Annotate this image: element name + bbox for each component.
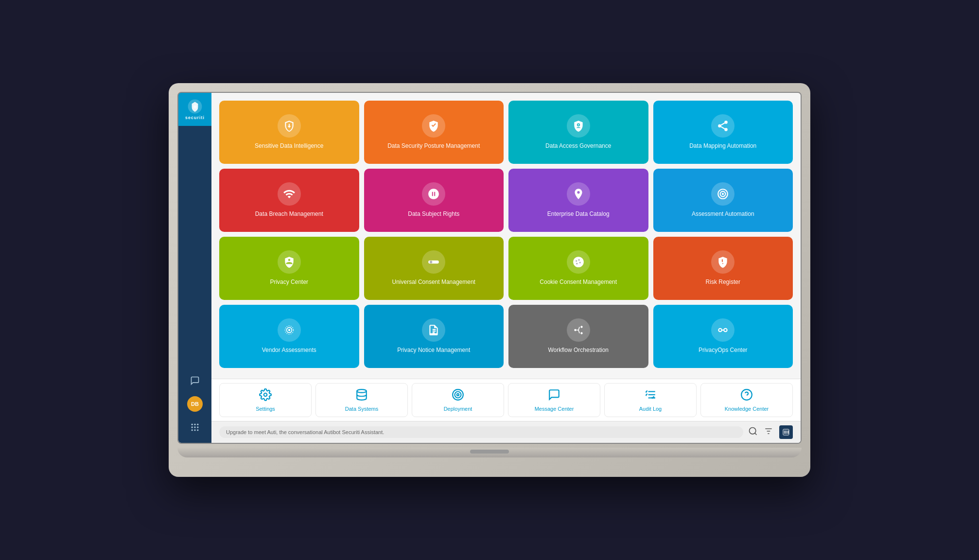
svg-point-21 <box>578 259 579 261</box>
svg-point-27 <box>574 329 576 331</box>
tile-data-subject-rights[interactable]: Data Subject Rights <box>364 169 504 232</box>
tile-risk-register[interactable]: Risk Register <box>653 237 793 300</box>
workflow-orchestration-icon <box>567 318 590 342</box>
svg-line-44 <box>755 433 757 435</box>
workflow-orchestration-label: Workflow Orchestration <box>548 347 609 354</box>
tile-vendor-assessments[interactable]: Vendor Assessments <box>219 305 359 368</box>
data-systems-label: Data Systems <box>345 406 378 412</box>
tile-privacy-center[interactable]: Privacy Center <box>219 237 359 300</box>
tile-data-breach[interactable]: Data Breach Management <box>219 169 359 232</box>
svg-point-6 <box>192 426 193 428</box>
chat-icon[interactable] <box>187 373 203 388</box>
svg-point-13 <box>718 124 722 128</box>
filter-footer-icon[interactable] <box>764 426 773 438</box>
knowledge-center-icon <box>740 388 753 404</box>
data-subject-rights-label: Data Subject Rights <box>408 210 459 218</box>
risk-register-icon <box>711 250 734 274</box>
privacyops-center-label: PrivacyOps Center <box>699 347 748 354</box>
cookie-consent-icon <box>567 250 590 274</box>
tile-assessment-automation[interactable]: Assessment Automation <box>653 169 793 232</box>
footer-bar: Upgrade to meet Auti, the conversational… <box>211 421 801 443</box>
svg-point-35 <box>455 392 461 398</box>
sidebar: securiti DB <box>178 93 211 443</box>
data-mapping-label: Data Mapping Automation <box>689 142 756 150</box>
svg-point-31 <box>724 329 727 332</box>
tile-row-1: Sensitive Data Intelligence Data Securit… <box>219 101 793 164</box>
svg-point-12 <box>725 121 728 124</box>
svg-point-4 <box>194 424 195 425</box>
svg-point-34 <box>457 394 459 396</box>
apps-icon[interactable] <box>187 420 203 435</box>
svg-rect-49 <box>784 431 785 434</box>
app-container: securiti DB <box>178 93 801 443</box>
search-footer-icon[interactable] <box>748 426 758 438</box>
knowledge-center-item[interactable]: Knowledge Center <box>700 383 793 417</box>
enterprise-data-catalog-label: Enterprise Data Catalog <box>547 210 610 218</box>
tile-sensitive-data[interactable]: Sensitive Data Intelligence <box>219 101 359 164</box>
tile-data-security-posture[interactable]: Data Security Posture Management <box>364 101 504 164</box>
tile-data-mapping[interactable]: Data Mapping Automation <box>653 101 793 164</box>
message-center-item[interactable]: Message Center <box>508 383 600 417</box>
svg-point-28 <box>580 326 582 328</box>
svg-point-9 <box>192 429 193 431</box>
laptop-frame: securiti DB <box>169 83 810 477</box>
universal-consent-label: Universal Consent Management <box>392 279 475 286</box>
svg-point-22 <box>579 262 580 263</box>
tile-enterprise-data-catalog[interactable]: Enterprise Data Catalog <box>508 169 648 232</box>
vendor-assessments-label: Vendor Assessments <box>262 347 316 354</box>
settings-item[interactable]: Settings <box>219 383 312 417</box>
svg-point-2 <box>194 106 195 107</box>
user-avatar[interactable]: DB <box>187 396 203 412</box>
svg-point-29 <box>580 332 582 334</box>
tile-privacy-notice[interactable]: Privacy Notice Management <box>364 305 504 368</box>
settings-label: Settings <box>256 406 275 412</box>
tile-data-access-governance[interactable]: Data Access Governance <box>508 101 648 164</box>
svg-point-33 <box>357 389 367 393</box>
sidebar-logo[interactable]: securiti <box>178 93 211 126</box>
universal-consent-icon <box>422 250 445 274</box>
tile-cookie-consent[interactable]: Cookie Consent Management <box>508 237 648 300</box>
laptop-screen: securiti DB <box>177 92 802 444</box>
svg-point-43 <box>750 427 756 434</box>
chat-bubble[interactable]: Upgrade to meet Auti, the conversational… <box>219 426 743 438</box>
data-breach-label: Data Breach Management <box>255 210 323 218</box>
audit-log-icon <box>644 388 657 404</box>
sensitive-data-label: Sensitive Data Intelligence <box>255 142 323 150</box>
svg-point-8 <box>197 426 198 428</box>
audit-log-label: Audit Log <box>639 406 662 412</box>
svg-point-5 <box>197 424 198 425</box>
tile-row-3: Privacy Center Universal Consent Managem… <box>219 237 793 300</box>
privacy-center-icon <box>278 250 301 274</box>
deployment-item[interactable]: Deployment <box>412 383 504 417</box>
svg-point-18 <box>430 261 432 263</box>
data-systems-item[interactable]: Data Systems <box>315 383 408 417</box>
tile-privacyops-center[interactable]: PrivacyOps Center <box>653 305 793 368</box>
svg-point-11 <box>197 429 198 431</box>
data-subject-rights-icon <box>422 182 445 206</box>
svg-point-19 <box>573 257 584 267</box>
sidebar-bottom-icons: DB <box>187 373 203 443</box>
svg-rect-52 <box>788 431 788 434</box>
tile-row-4: Vendor Assessments Privacy Notice Manage… <box>219 305 793 368</box>
footer-icons <box>748 425 793 439</box>
tile-workflow-orchestration[interactable]: Workflow Orchestration <box>508 305 648 368</box>
cookie-consent-label: Cookie Consent Management <box>540 279 617 286</box>
tile-universal-consent[interactable]: Universal Consent Management <box>364 237 504 300</box>
audit-log-item[interactable]: Audit Log <box>604 383 697 417</box>
data-access-governance-icon <box>567 114 590 138</box>
svg-point-3 <box>192 424 193 425</box>
sensitive-data-icon <box>278 114 301 138</box>
svg-point-10 <box>194 429 195 431</box>
play-footer-icon[interactable] <box>779 425 793 439</box>
deployment-icon <box>452 388 464 404</box>
privacyops-center-icon <box>711 318 734 342</box>
message-center-label: Message Center <box>535 406 574 412</box>
assessment-automation-icon <box>711 182 734 206</box>
assessment-automation-label: Assessment Automation <box>692 210 754 218</box>
data-security-posture-label: Data Security Posture Management <box>387 142 480 150</box>
svg-line-16 <box>721 123 725 125</box>
svg-point-14 <box>725 128 728 132</box>
message-center-icon <box>548 388 560 404</box>
privacy-notice-icon <box>422 318 445 342</box>
tiles-area: Sensitive Data Intelligence Data Securit… <box>211 93 801 379</box>
